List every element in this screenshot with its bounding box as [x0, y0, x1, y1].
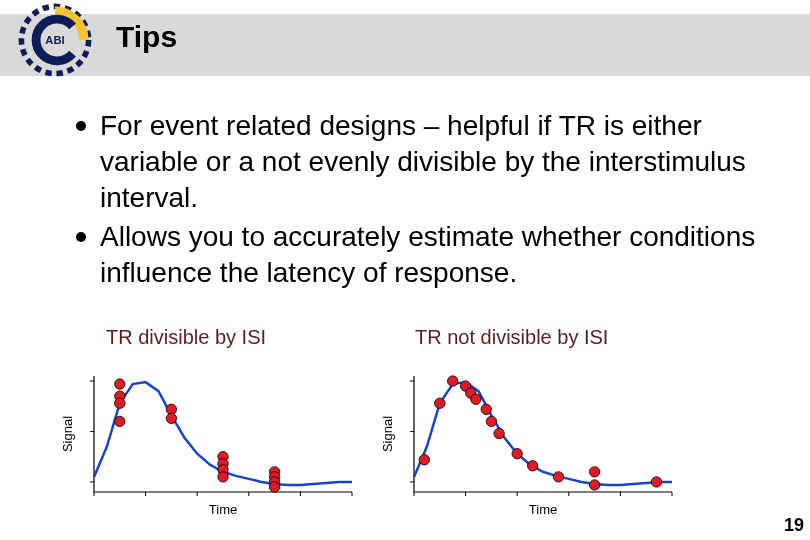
- svg-point-53: [651, 477, 661, 487]
- svg-text:Time: Time: [529, 502, 557, 517]
- svg-point-49: [527, 461, 537, 471]
- bullet-icon: [76, 121, 86, 131]
- svg-point-48: [512, 448, 522, 458]
- svg-point-15: [115, 416, 125, 426]
- svg-point-45: [481, 404, 491, 414]
- svg-text:Time: Time: [209, 502, 237, 517]
- chart-left: TimeSignal: [60, 368, 360, 518]
- logo-text: ABI: [45, 34, 64, 46]
- chart-right: TimeSignal: [380, 368, 680, 518]
- svg-point-39: [419, 455, 429, 465]
- page-number: 19: [784, 515, 804, 536]
- bullet-text: For event related designs – helpful if T…: [100, 108, 776, 215]
- svg-point-51: [589, 467, 599, 477]
- bullet-icon: [76, 232, 86, 242]
- svg-point-46: [486, 416, 496, 426]
- chart-caption-right: TR not divisible by ISI: [415, 326, 608, 349]
- svg-point-21: [218, 472, 228, 482]
- charts-container: TimeSignal TimeSignal: [60, 368, 760, 520]
- list-item: Allows you to accurately estimate whethe…: [76, 219, 776, 291]
- svg-point-44: [471, 394, 481, 404]
- svg-point-14: [115, 398, 125, 408]
- svg-text:Signal: Signal: [60, 416, 75, 452]
- bullet-list: For event related designs – helpful if T…: [76, 108, 776, 295]
- svg-point-47: [494, 428, 504, 438]
- chart-caption-left: TR divisible by ISI: [106, 326, 266, 349]
- logo: ABI: [15, 0, 95, 80]
- list-item: For event related designs – helpful if T…: [76, 108, 776, 215]
- svg-text:Signal: Signal: [380, 416, 395, 452]
- svg-point-25: [269, 482, 279, 492]
- svg-point-17: [166, 413, 176, 423]
- page-title: Tips: [116, 20, 177, 54]
- svg-point-41: [448, 376, 458, 386]
- svg-point-40: [435, 398, 445, 408]
- svg-point-50: [553, 472, 563, 482]
- bullet-text: Allows you to accurately estimate whethe…: [100, 219, 776, 291]
- svg-point-52: [589, 480, 599, 490]
- svg-point-12: [115, 379, 125, 389]
